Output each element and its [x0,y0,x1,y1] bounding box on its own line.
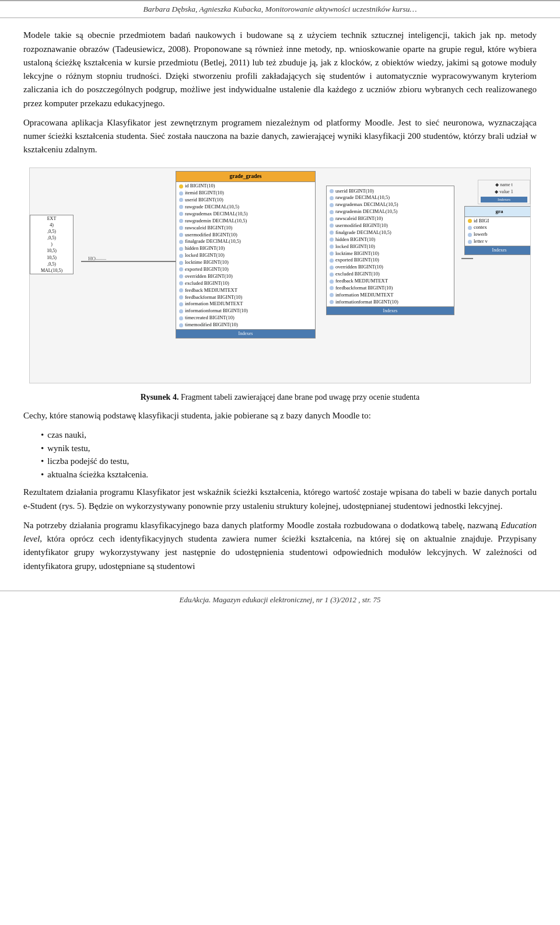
far-right-header: gra [465,207,531,217]
far-right-footer: Indexes [465,246,531,254]
db-diagram: HO—— H EXT 4) ,0,5) ,0,5) [29,167,531,383]
features-list: czas nauki, wynik testu, liczba podejść … [41,428,537,481]
figure-4: HO—— H EXT 4) ,0,5) ,0,5) [23,167,537,404]
grade-grades-header: grade_grades [176,172,315,183]
paragraph-3: Rezultatem działania programu Klasyfikat… [23,486,537,513]
page-wrapper: Barbara Dębska, Agnieszka Kubacka, Monit… [0,0,560,925]
features-intro: Cechy, które stanowią podstawę klasyfika… [23,409,537,423]
grade-grades-table: grade_grades id BIGINT(10) itemid BIGINT… [176,171,316,338]
svg-text:HO——: HO—— [88,256,107,261]
main-content: Modele takie są obecnie przedmiotem bada… [0,18,560,585]
figure-caption-text: Fragment tabeli zawierającej dane brane … [178,393,419,402]
list-item-4: aktualna ścieżka kształcenia. [41,468,537,481]
far-right-table: gra id BIGI contex lowerb letter v Index… [464,206,531,255]
figure-caption-bold: Rysunek 4. [141,393,179,402]
page-footer: EduAkcja. Magazyn edukacji elektroniczne… [0,591,560,609]
paragraph-1: Modele takie są obecnie przedmiotem bada… [23,29,537,110]
page-header: Barbara Dębska, Agnieszka Kubacka, Monit… [0,0,560,18]
list-item-1: czas nauki, [41,428,537,442]
right-middle-footer: Indexes [327,306,454,315]
list-item-2: wynik testu, [41,442,537,455]
header-text: Barbara Dębska, Agnieszka Kubacka, Monit… [143,5,416,13]
left-partial-table: EXT 4) ,0,5) ,0,5) ) 10,5) 10,5) ,0,5) M… [30,215,74,275]
grade-grades-footer: Indexes [176,329,315,338]
paragraph-4: Na potrzeby działania programu klasyfika… [23,519,537,573]
top-right-partial: ◆ name t ◆ value 1 Indexes [478,180,530,205]
figure-caption: Rysunek 4. Fragment tabeli zawierającej … [23,391,537,403]
list-item-3: liczba podejść do testu, [41,455,537,468]
footer-text: EduAkcja. Magazyn edukacji elektroniczne… [179,595,380,604]
paragraph-2: Opracowana aplikacja Klasyfikator jest z… [23,116,537,157]
right-middle-table: userid BIGINT(10) rawgrade DECIMAL(10,5)… [326,186,454,316]
